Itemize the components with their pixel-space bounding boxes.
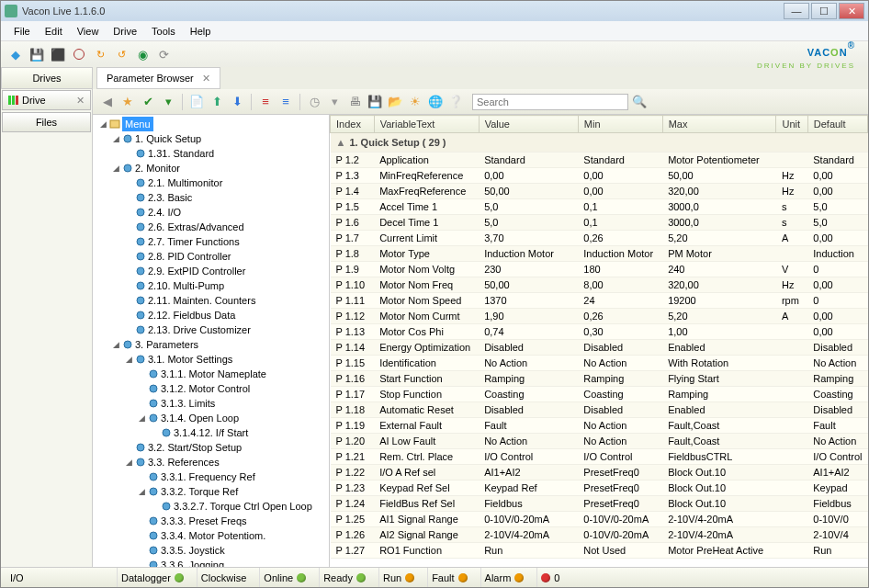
record-icon[interactable]: [70, 45, 88, 63]
table-row[interactable]: P 1.6Decel Time 15,00,13000,0s5,0: [331, 215, 868, 231]
cell[interactable]: Disabled: [479, 402, 578, 418]
expand-icon[interactable]: ◢: [111, 131, 120, 146]
cell[interactable]: 50,00: [479, 184, 578, 199]
tree-node[interactable]: 2.12. Fieldbus Data: [122, 308, 327, 322]
table-row[interactable]: P 1.24FieldBus Ref SelFieldbusPresetFreq…: [331, 496, 868, 512]
cell[interactable]: Induction Motor: [479, 246, 578, 262]
cell[interactable]: 0,74: [479, 324, 578, 340]
tree-node[interactable]: ◢1. Quick Setup: [109, 131, 327, 146]
table-row[interactable]: P 1.25AI1 Signal Range0-10V/0-20mA0-10V/…: [331, 512, 868, 527]
nav-tree[interactable]: ◢Menu◢1. Quick Setup1.31. Standard◢2. Mo…: [93, 115, 330, 567]
col-header[interactable]: Default: [807, 116, 867, 133]
table-row[interactable]: P 1.17Stop FunctionCoastingCoastingRampi…: [331, 387, 868, 402]
star-icon[interactable]: ★: [118, 93, 137, 111]
globe-icon[interactable]: 🌐: [426, 93, 445, 111]
table-row[interactable]: P 1.27RO1 FunctionRunNot UsedMotor PreHe…: [331, 543, 868, 559]
dir-cw-icon[interactable]: ↻: [91, 45, 109, 63]
expand-icon[interactable]: ◢: [124, 455, 133, 469]
stop-icon[interactable]: ⬛: [49, 45, 67, 63]
menu-tools[interactable]: Tools: [144, 24, 183, 39]
cell[interactable]: Fieldbus: [479, 496, 578, 512]
save-icon[interactable]: 💾: [28, 45, 46, 63]
tree-node[interactable]: 2.10. Multi-Pump: [122, 278, 327, 293]
tree-node[interactable]: 2.7. Timer Functions: [122, 234, 327, 249]
cell[interactable]: I/O Control: [479, 449, 578, 465]
cell[interactable]: 50,00: [479, 277, 578, 293]
menu-file[interactable]: File: [6, 24, 38, 39]
cell[interactable]: 5,0: [479, 215, 578, 231]
cell[interactable]: 3,70: [479, 231, 578, 246]
print-icon[interactable]: 🖶: [345, 93, 364, 111]
cell[interactable]: Coasting: [479, 387, 578, 402]
drop-icon[interactable]: ▾: [325, 93, 344, 111]
cell[interactable]: Keypad Ref: [479, 481, 578, 496]
tree-node[interactable]: 2.9. ExtPID Controller: [122, 264, 327, 278]
tree-node[interactable]: 3.3.5. Joystick: [135, 543, 327, 558]
table-row[interactable]: P 1.26AI2 Signal Range2-10V/4-20mA0-10V/…: [331, 527, 868, 543]
col-header[interactable]: Index: [331, 116, 375, 133]
menu-view[interactable]: View: [70, 24, 107, 39]
diamond-icon[interactable]: ◆: [6, 45, 25, 63]
table-row[interactable]: P 1.12Motor Nom Curmt1,900,265,20A0,00: [331, 309, 868, 324]
tree-node[interactable]: 3.3.3. Preset Freqs: [135, 514, 327, 528]
tree-node[interactable]: 3.3.4. Motor Potentiom.: [135, 528, 327, 543]
down-icon[interactable]: ▾: [159, 93, 177, 111]
parameter-grid[interactable]: IndexVariableTextValueMinMaxUnitDefault …: [330, 115, 868, 567]
table-row[interactable]: P 1.13Motor Cos Phi0,740,301,000,00: [331, 324, 868, 340]
drives-tab[interactable]: Drives: [1, 67, 93, 89]
tree-node[interactable]: 2.4. I/O: [122, 205, 327, 220]
table-row[interactable]: P 1.10Motor Nom Freq50,008,00320,00Hz0,0…: [331, 277, 868, 293]
tree-node[interactable]: ◢3.3. References: [122, 455, 327, 469]
tree-node[interactable]: 3.2. Start/Stop Setup: [122, 440, 327, 455]
back-icon[interactable]: ◀: [98, 93, 117, 111]
tree-node[interactable]: 1.31. Standard: [122, 146, 327, 161]
cell[interactable]: Fault: [479, 418, 578, 434]
tree-node[interactable]: 2.8. PID Controller: [122, 249, 327, 264]
bullet-icon[interactable]: ◉: [133, 45, 152, 63]
table-row[interactable]: P 1.21Rem. Ctrl. PlaceI/O ControlI/O Con…: [331, 449, 868, 465]
page-arrow-icon[interactable]: 📄: [187, 93, 206, 111]
tree-node[interactable]: ◢3.3.2. Torque Ref: [135, 484, 327, 499]
drive-item[interactable]: Drive ✕: [2, 90, 91, 110]
col-header[interactable]: Min: [578, 116, 662, 133]
expand-icon[interactable]: ◢: [124, 352, 133, 367]
table-row[interactable]: P 1.5Accel Time 15,00,13000,0s5,0: [331, 199, 868, 215]
close-drive-icon[interactable]: ✕: [76, 95, 85, 107]
table-row[interactable]: P 1.4MaxFreqReference50,000,00320,00Hz0,…: [331, 184, 868, 199]
group-header[interactable]: ▲1. Quick Setup ( 29 ): [331, 133, 868, 153]
list-red-icon[interactable]: ≡: [256, 93, 275, 111]
table-row[interactable]: P 1.14Energy OptimizationDisabledDisable…: [331, 340, 868, 356]
menu-help[interactable]: Help: [183, 24, 219, 39]
table-row[interactable]: P 1.22I/O A Ref selAI1+AI2PresetFreq0Blo…: [331, 465, 868, 481]
tree-node[interactable]: 3.3.1. Frequency Ref: [135, 469, 327, 484]
close-button[interactable]: ✕: [839, 3, 864, 19]
tree-node[interactable]: ◢3. Parameters: [109, 337, 327, 352]
tree-node[interactable]: 3.1.4.12. I/f Start: [148, 425, 327, 440]
table-row[interactable]: P 1.18Automatic ResetDisabledDisabledEna…: [331, 402, 868, 418]
cell[interactable]: 1,90: [479, 309, 578, 324]
tree-node[interactable]: ◢3.1.4. Open Loop: [135, 411, 327, 425]
menu-edit[interactable]: Edit: [38, 24, 70, 39]
help-icon[interactable]: ❔: [446, 93, 465, 111]
files-tab[interactable]: Files: [2, 112, 91, 132]
cell[interactable]: Standard: [479, 153, 578, 168]
expand-icon[interactable]: ◢: [111, 337, 120, 352]
cell[interactable]: Disabled: [479, 340, 578, 356]
tree-root-node[interactable]: ◢Menu: [96, 117, 327, 131]
table-row[interactable]: P 1.20AI Low FaultNo ActionNo ActionFaul…: [331, 434, 868, 449]
col-header[interactable]: Unit: [776, 116, 807, 133]
upload-icon[interactable]: ⬆: [208, 93, 226, 111]
table-row[interactable]: P 1.23Keypad Ref SelKeypad RefPresetFreq…: [331, 481, 868, 496]
tree-node[interactable]: 3.1.1. Motor Nameplate: [135, 367, 327, 381]
dir-ccw-icon[interactable]: ↺: [112, 45, 130, 63]
parameter-browser-tab[interactable]: Parameter Browser ✕: [96, 67, 220, 89]
expand-icon[interactable]: ◢: [111, 161, 120, 175]
table-row[interactable]: P 1.8Motor TypeInduction MotorInduction …: [331, 246, 868, 262]
col-header[interactable]: VariableText: [374, 116, 479, 133]
tree-node[interactable]: 3.3.2.7. Torque Ctrl Open Loop: [148, 499, 327, 514]
tab-close-icon[interactable]: ✕: [202, 73, 210, 85]
cell[interactable]: 0-10V/0-20mA: [479, 512, 578, 527]
table-row[interactable]: P 1.2ApplicationStandardStandardMotor Po…: [331, 153, 868, 168]
expand-icon[interactable]: ◢: [137, 484, 146, 499]
cell[interactable]: Ramping: [479, 371, 578, 387]
